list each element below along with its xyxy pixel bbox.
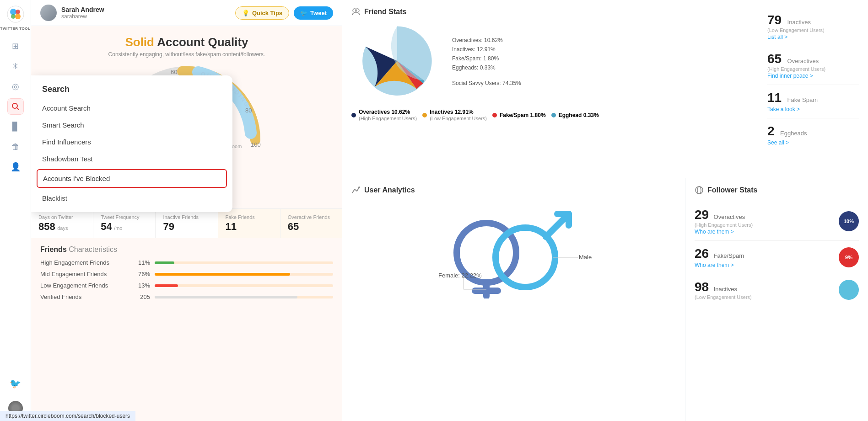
follower-item-fake: 26 Fake/Spam Who are them > 9% bbox=[695, 241, 859, 274]
network-nav-icon[interactable]: ✳ bbox=[7, 58, 24, 75]
barchart-nav-icon[interactable]: ▊ bbox=[7, 118, 24, 135]
pie-pills: Overactives 10.62% (High Engagement User… bbox=[351, 109, 758, 122]
count-eggheads-link[interactable]: See all > bbox=[767, 139, 859, 146]
svg-text:Male: 77.78%: Male: 77.78% bbox=[579, 254, 592, 261]
quick-tips-button[interactable]: 💡 Quick Tips bbox=[235, 6, 289, 20]
follower-overactives-left: 29 Overactives (High Engagement Users) W… bbox=[695, 208, 753, 235]
char-row-verified: Verified Friends 205 bbox=[40, 293, 333, 300]
svg-point-15 bbox=[358, 187, 360, 188]
stat-tweet-freq: Tweet Frequency 54 /mo bbox=[93, 209, 156, 238]
stat-overactive: Overactive Friends 65 bbox=[280, 209, 342, 238]
bottom-right: User Analytics bbox=[342, 178, 868, 421]
right-panel: Friend Stats bbox=[342, 0, 868, 421]
quality-title-rest: Account Quality bbox=[154, 35, 248, 49]
legend-overactives: Overactives: 10.62% bbox=[452, 37, 521, 43]
user-info: Sarah Andrew saraharew bbox=[40, 5, 104, 21]
header-actions: 💡 Quick Tips 🐦 Tweet bbox=[235, 6, 333, 20]
stat-freq-label: Tweet Frequency bbox=[101, 214, 148, 220]
stat-overactive-label: Overactive Friends bbox=[288, 214, 335, 220]
pill-fake-dot bbox=[492, 113, 497, 117]
follower-inactives-info: 98 Inactives (Low Engagement Users) bbox=[695, 280, 752, 300]
app-name: TWITTER TOOL bbox=[0, 27, 31, 31]
dropdown-item-account-search[interactable]: Account Search bbox=[31, 100, 232, 117]
svg-point-0 bbox=[7, 6, 24, 22]
dropdown-item-shadowban[interactable]: Shadowban Test bbox=[31, 150, 232, 167]
twitter-bird-icon: 🐦 bbox=[300, 10, 307, 16]
dropdown-item-blocked[interactable]: Accounts I've Blocked bbox=[37, 169, 227, 188]
person-nav-icon[interactable]: 👤 bbox=[7, 159, 24, 175]
follower-fake-badge: 9% bbox=[839, 247, 859, 267]
follower-inactives-sub: (Low Engagement Users) bbox=[695, 294, 752, 300]
url-text: https://twitter.circleboom.com/search/bl… bbox=[5, 413, 130, 419]
svg-point-14 bbox=[356, 9, 359, 12]
quality-title-bold: Solid bbox=[125, 35, 154, 49]
char-high-label: High Engagement Friends bbox=[40, 259, 132, 266]
follower-fake-number: 26 bbox=[695, 246, 709, 261]
analytics-panel: User Analytics bbox=[342, 178, 685, 421]
dropdown-item-smart-search[interactable]: Smart Search bbox=[31, 117, 232, 133]
legend-fake: Fake/Spam: 1.80% bbox=[452, 55, 521, 62]
count-inactives-sub: (Low Engagement Users) bbox=[767, 27, 859, 33]
tweet-button[interactable]: 🐦 Tweet bbox=[294, 6, 333, 20]
count-overactives-sub: (High Engagement Users) bbox=[767, 66, 859, 72]
follower-fake-link[interactable]: Who are them > bbox=[695, 262, 744, 268]
app-logo bbox=[7, 5, 24, 25]
follower-inactives-left: 98 Inactives (Low Engagement Users) bbox=[695, 280, 752, 300]
dropdown-item-blacklist[interactable]: Blacklist bbox=[31, 190, 232, 207]
grid-nav-icon[interactable]: ⊞ bbox=[7, 38, 24, 54]
search-dropdown: Search Account Search Smart Search Find … bbox=[31, 75, 232, 212]
bulb-icon: 💡 bbox=[242, 10, 249, 16]
svg-point-1 bbox=[10, 9, 16, 15]
char-mid-label: Mid Engagement Friends bbox=[40, 271, 132, 277]
header-bar: Sarah Andrew saraharew 💡 Quick Tips 🐦 Tw… bbox=[31, 0, 342, 26]
svg-line-6 bbox=[16, 108, 19, 110]
follower-overactives-info: 29 Overactives (High Engagement Users) W… bbox=[695, 208, 753, 235]
dropdown-item-find-influencers[interactable]: Find Influencers bbox=[31, 133, 232, 150]
follower-item-inactives: 98 Inactives (Low Engagement Users) bbox=[695, 274, 859, 305]
legend-eggheads: Eggheads: 0.33% bbox=[452, 64, 521, 71]
char-row-mid: Mid Engagement Friends 76% bbox=[40, 271, 333, 277]
stat-fake-value: 11 bbox=[226, 221, 273, 233]
follower-overactives-link[interactable]: Who are them > bbox=[695, 229, 753, 235]
svg-point-29 bbox=[697, 187, 701, 194]
url-bar: https://twitter.circleboom.com/search/bl… bbox=[0, 411, 135, 421]
pie-chart-container: Overactives: 10.62% Inactives: 12.91% Fa… bbox=[351, 22, 758, 104]
stat-days-value: 858 days bbox=[38, 221, 86, 233]
target-nav-icon[interactable]: ◎ bbox=[7, 78, 24, 95]
stat-fake: Fake Friends 11 bbox=[218, 209, 280, 238]
char-verified-fill bbox=[155, 296, 297, 298]
stat-inactive: Inactive Friends 79 bbox=[156, 209, 218, 238]
user-details: Sarah Andrew saraharew bbox=[61, 6, 104, 20]
friend-stats-text: Friend Stats bbox=[364, 8, 406, 16]
sidebar: TWITTER TOOL ⊞ ✳ ◎ ▊ 🗑 👤 🐦 bbox=[0, 0, 31, 421]
stat-fake-label: Fake Friends bbox=[226, 214, 273, 220]
pill-overactives-dot bbox=[351, 113, 356, 117]
trash-nav-icon[interactable]: 🗑 bbox=[7, 139, 24, 155]
pie-legend: Overactives: 10.62% Inactives: 12.91% Fa… bbox=[452, 37, 521, 89]
svg-line-20 bbox=[546, 214, 569, 237]
count-eggheads: 2 Eggheads See all > bbox=[767, 118, 859, 151]
char-high-track bbox=[155, 261, 333, 264]
char-low-pct: 13% bbox=[132, 282, 150, 289]
svg-point-3 bbox=[11, 14, 16, 19]
gender-chart: Male: 77.78% Female: 22.22% bbox=[351, 200, 676, 292]
count-inactives-link[interactable]: List all > bbox=[767, 34, 859, 40]
stat-days-label: Days on Twitter bbox=[38, 214, 86, 220]
pill-inactives-text: Inactives 12.91% (Low Engagement Users) bbox=[430, 109, 487, 122]
count-inactives-label: Inactives bbox=[787, 19, 811, 26]
follower-overactives-number: 29 bbox=[695, 208, 709, 222]
follower-fake-type: Fake/Spam bbox=[714, 252, 744, 259]
stat-inactive-label: Inactive Friends bbox=[163, 214, 210, 220]
char-verified-track bbox=[155, 296, 333, 298]
search-nav-icon[interactable] bbox=[7, 98, 24, 115]
friend-stats-panel: Friend Stats bbox=[342, 0, 868, 178]
twitter-icon[interactable]: 🐦 bbox=[7, 375, 24, 392]
count-overactives-link[interactable]: Find inner peace > bbox=[767, 73, 859, 79]
pill-inactives: Inactives 12.91% (Low Engagement Users) bbox=[422, 109, 487, 122]
follower-stats-panel: Follower Stats 29 Overactives (High Enga… bbox=[685, 178, 868, 421]
follower-inactives-number: 98 bbox=[695, 280, 709, 294]
user-handle: saraharew bbox=[61, 13, 104, 20]
count-fake-link[interactable]: Take a look > bbox=[767, 106, 859, 112]
follower-stats-icon bbox=[695, 186, 704, 195]
user-name: Sarah Andrew bbox=[61, 6, 104, 13]
